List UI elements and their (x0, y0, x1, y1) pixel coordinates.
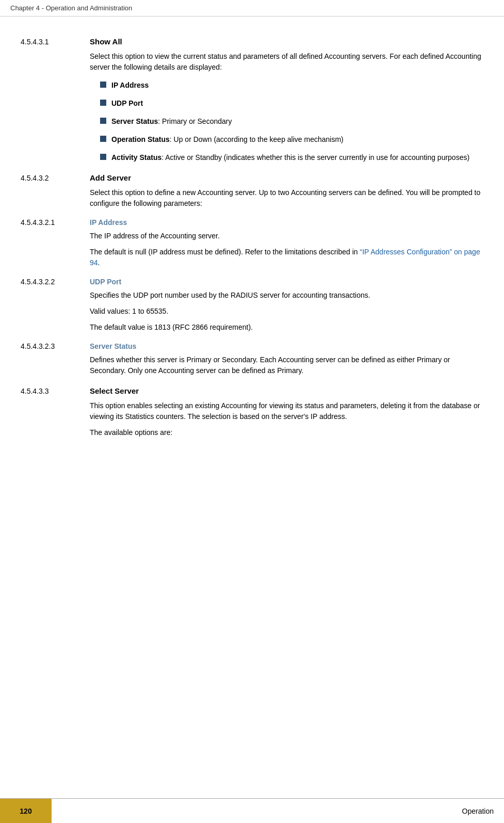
bullet-icon-5 (100, 154, 106, 160)
bullet-udp-port: UDP Port (100, 98, 483, 109)
ip-config-link[interactable]: “IP Addresses Configuration” on page 94 (90, 248, 480, 267)
bullet-label-5: Activity Status: Active or Standby (indi… (111, 152, 469, 163)
section-4531-intro: Select this option to view the current s… (90, 51, 483, 73)
section-number-45321: 4.5.4.3.2.1 (21, 218, 77, 227)
bullet-icon-3 (100, 118, 106, 124)
section-number-4531: 4.5.4.3.1 (21, 38, 77, 46)
bullet-server-status: Server Status: Primary or Secondary (100, 116, 483, 127)
section-body-4532: Select this option to define a new Accou… (90, 187, 483, 209)
section-number-45322: 4.5.4.3.2.2 (21, 278, 77, 286)
bullet-icon-1 (100, 82, 106, 88)
section-45321: 4.5.4.3.2.1 IP Address (21, 218, 483, 227)
udp-para-1: Specifies the UDP port number used by th… (90, 290, 483, 301)
section-title-4531: Show All (90, 37, 122, 46)
bullet-icon-2 (100, 100, 106, 106)
bullet-label-1: IP Address (111, 80, 149, 91)
server-status-para-1: Defines whether this server is Primary o… (90, 354, 483, 376)
udp-para-3: The default value is 1813 (RFC 2866 requ… (90, 322, 483, 333)
section-4532-intro: Select this option to define a new Accou… (90, 187, 483, 209)
section-title-45323: Server Status (90, 342, 136, 350)
select-server-para-1: This option enables selecting an existin… (90, 400, 483, 422)
section-number-4532: 4.5.4.3.2 (21, 174, 77, 182)
bullet-operation-status: Operation Status: Up or Down (according … (100, 134, 483, 145)
ip-para-1: The IP address of the Accounting server. (90, 231, 483, 241)
bullet-label-3: Server Status: Primary or Secondary (111, 116, 232, 127)
ip-para-2: The default is null (IP address must be … (90, 247, 483, 268)
footer-page-number: 120 (0, 799, 52, 824)
bullet-ip-address: IP Address (100, 80, 483, 91)
bullet-label-4: Operation Status: Up or Down (according … (111, 134, 344, 145)
page-number-text: 120 (20, 807, 31, 815)
page-header: Chapter 4 - Operation and Administration (0, 0, 504, 17)
section-number-4533: 4.5.4.3.3 (21, 387, 77, 395)
section-4531: 4.5.4.3.1 Show All (21, 37, 483, 46)
main-content: 4.5.4.3.1 Show All Select this option to… (0, 17, 504, 476)
section-title-45321: IP Address (90, 218, 127, 227)
section-4531-bullets: IP Address UDP Port Server Status: Prima… (100, 80, 483, 163)
footer-label-text: Operation (462, 807, 494, 815)
chapter-title: Chapter 4 - Operation and Administration (10, 4, 132, 12)
section-body-4531: Select this option to view the current s… (90, 51, 483, 163)
bullet-activity-status: Activity Status: Active or Standby (indi… (100, 152, 483, 163)
section-body-45322: Specifies the UDP port number used by th… (90, 290, 483, 333)
section-body-45321: The IP address of the Accounting server.… (90, 231, 483, 268)
bullet-label-2: UDP Port (111, 98, 143, 109)
section-4532: 4.5.4.3.2 Add Server (21, 173, 483, 182)
section-45322: 4.5.4.3.2.2 UDP Port (21, 278, 483, 286)
udp-para-2: Valid values: 1 to 65535. (90, 306, 483, 317)
page-footer: 120 Operation (0, 798, 504, 823)
section-title-4533: Select Server (90, 386, 139, 395)
section-title-45322: UDP Port (90, 278, 121, 286)
section-body-45323: Defines whether this server is Primary o… (90, 354, 483, 376)
select-server-para-2: The available options are: (90, 427, 483, 438)
footer-section-label: Operation (52, 807, 504, 815)
section-body-4533: This option enables selecting an existin… (90, 400, 483, 438)
section-number-45323: 4.5.4.3.2.3 (21, 342, 77, 350)
section-45323: 4.5.4.3.2.3 Server Status (21, 342, 483, 350)
section-title-4532: Add Server (90, 173, 131, 182)
section-4533: 4.5.4.3.3 Select Server (21, 386, 483, 395)
bullet-icon-4 (100, 136, 106, 142)
